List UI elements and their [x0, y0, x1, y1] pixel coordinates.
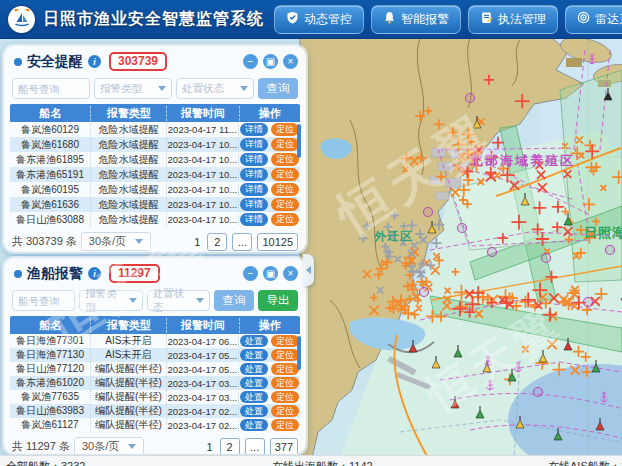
nav-smart-alarm[interactable]: 智能报警	[371, 5, 461, 34]
alarm-type: 危险水域提醒	[91, 213, 166, 227]
page-button[interactable]: ...	[245, 438, 265, 455]
row-action-button[interactable]: 处置	[240, 349, 268, 361]
current-page[interactable]: 1	[192, 236, 202, 248]
alarm-time: 2023-04-17 10...	[167, 169, 240, 180]
current-page[interactable]: 1	[205, 441, 215, 453]
row-action-button[interactable]: 详情	[240, 123, 268, 135]
locate-button[interactable]: 定位	[271, 213, 299, 225]
page-size-select[interactable]: 30条/页	[81, 232, 151, 251]
locate-button[interactable]: 定位	[271, 405, 299, 417]
table-row: 鲁日海渔77130AIS未开启2023-04-17 05...处置定位	[10, 348, 300, 362]
locate-button[interactable]: 定位	[271, 363, 299, 375]
row-action-button[interactable]: 详情	[240, 138, 268, 150]
app-root: { "header": { "title": "日照市渔业安全智慧监管系统", …	[0, 0, 622, 466]
page-buttons: 12...377	[205, 438, 298, 455]
shield-check-icon	[286, 11, 299, 27]
row-actions: 处置定位	[239, 349, 300, 361]
locate-button[interactable]: 定位	[271, 335, 299, 347]
locate-button[interactable]: 定位	[271, 349, 299, 361]
panel-title: 渔船报警	[27, 265, 83, 283]
restore-button[interactable]: ▣	[263, 54, 278, 69]
query-button[interactable]: 查询	[258, 78, 298, 99]
ship-name: 鲁日山渔77120	[10, 362, 91, 376]
ship-name: 鲁岚渔77635	[10, 390, 91, 404]
alarm-type: 危险水域提醒	[91, 183, 166, 197]
table-body: 鲁日海渔77301AIS未开启2023-04-17 06...处置定位鲁日海渔7…	[10, 334, 300, 432]
alarm-type-select[interactable]: 报警类型	[94, 78, 172, 99]
total-ships-stat: 全部船数：3232	[6, 459, 85, 466]
alarm-type-select[interactable]: 报警类型	[79, 290, 142, 311]
restore-button[interactable]: ▣	[263, 266, 278, 281]
locate-button[interactable]: 定位	[271, 419, 299, 431]
online-ais-stat: 在线AIS船数：1891	[548, 459, 622, 466]
table-scrollbar[interactable]	[297, 124, 301, 158]
row-action-button[interactable]: 处置	[240, 405, 268, 417]
alarm-type: 危险水域提醒	[91, 153, 166, 167]
alarm-type: AIS未开启	[91, 348, 166, 362]
row-action-button[interactable]: 处置	[240, 377, 268, 389]
alarm-type: 编队提醒(半径)	[91, 390, 166, 404]
row-action-button[interactable]: 处置	[240, 391, 268, 403]
export-button[interactable]: 导出	[258, 290, 298, 311]
page-button[interactable]: 377	[270, 438, 298, 455]
page-button[interactable]: 2	[207, 233, 227, 251]
page-button[interactable]: 2	[220, 438, 240, 455]
minimize-button[interactable]: −	[243, 54, 258, 69]
handle-status-select[interactable]: 处置状态	[147, 290, 210, 311]
page-buttons: 12...10125	[192, 233, 298, 251]
alarm-type: 危险水域提醒	[91, 138, 166, 152]
table-row: 鲁岚渔60129危险水域提醒2023-04-17 11...详情定位	[10, 122, 300, 137]
panel-collapse-tab[interactable]	[303, 254, 314, 286]
total-count: 共 303739 条	[12, 234, 77, 249]
table-scrollbar[interactable]	[297, 336, 301, 370]
panel-title: 安全提醒	[27, 53, 83, 71]
chevron-left-icon	[306, 266, 311, 274]
query-button[interactable]: 查询	[214, 290, 254, 311]
minimize-button[interactable]: −	[243, 266, 258, 281]
bottom-status-bar: 全部船数：3232 在线出海船数：1142 在线AIS船数：1891	[0, 455, 622, 466]
row-action-button[interactable]: 详情	[240, 168, 268, 180]
panel-dot-icon	[14, 270, 22, 278]
row-actions: 详情定位	[239, 138, 300, 150]
locate-button[interactable]: 定位	[271, 183, 299, 195]
locate-button[interactable]: 定位	[271, 391, 299, 403]
chevron-down-icon	[129, 298, 137, 303]
ship-number-input[interactable]	[12, 290, 75, 311]
alarm-time: 2023-04-17 10...	[167, 184, 240, 195]
page-size-select[interactable]: 30条/页	[74, 437, 144, 454]
table-row: 鲁日山渔77120编队提醒(半径)2023-04-17 05...处置定位	[10, 362, 300, 376]
online-at-sea-stat: 在线出海船数：1142	[272, 459, 373, 466]
row-action-button[interactable]: 处置	[240, 419, 268, 431]
row-action-button[interactable]: 详情	[240, 183, 268, 195]
table-row: 鲁东港渔65191危险水域提醒2023-04-17 10...详情定位	[10, 167, 300, 182]
table-row: 鲁岚渔61127编队提醒(半径)2023-04-17 02...处置定位	[10, 418, 300, 432]
info-icon[interactable]: i	[88, 267, 101, 280]
ship-number-input[interactable]	[12, 78, 90, 99]
nav-dynamic-control[interactable]: 动态管控	[274, 5, 364, 34]
alarm-count-badge: 303739	[109, 52, 167, 71]
close-button[interactable]: ×	[283, 266, 298, 281]
info-icon[interactable]: i	[88, 55, 101, 68]
alarm-type: 危险水域提醒	[91, 168, 166, 182]
locate-button[interactable]: 定位	[271, 153, 299, 165]
locate-button[interactable]: 定位	[271, 123, 299, 135]
handle-status-select[interactable]: 处置状态	[176, 78, 254, 99]
locate-button[interactable]: 定位	[271, 377, 299, 389]
row-action-button[interactable]: 详情	[240, 153, 268, 165]
ship-name: 鲁日山渔63983	[10, 404, 91, 418]
row-action-button[interactable]: 处置	[240, 335, 268, 347]
page-button[interactable]: 10125	[257, 233, 298, 251]
locate-button[interactable]: 定位	[271, 198, 299, 210]
close-button[interactable]: ×	[283, 54, 298, 69]
row-actions: 处置定位	[239, 335, 300, 347]
row-action-button[interactable]: 详情	[240, 213, 268, 225]
table-header: 船名 报警类型 报警时间 操作	[10, 316, 300, 334]
row-action-button[interactable]: 详情	[240, 198, 268, 210]
locate-button[interactable]: 定位	[271, 138, 299, 150]
row-action-button[interactable]: 处置	[240, 363, 268, 375]
chevron-down-icon	[196, 298, 204, 303]
nav-law-enforcement[interactable]: 执法管理	[468, 5, 558, 34]
page-button[interactable]: ...	[232, 233, 252, 251]
locate-button[interactable]: 定位	[271, 168, 299, 180]
nav-radar-system[interactable]: 雷达系统	[565, 5, 622, 34]
